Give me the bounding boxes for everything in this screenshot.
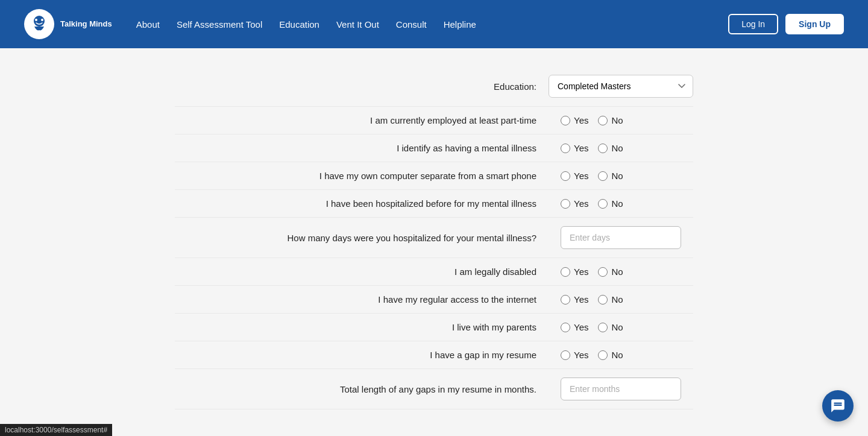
control-disabled: YesNo (561, 267, 693, 277)
radio-employed-yes[interactable]: Yes (561, 115, 588, 125)
radio-disabled-no[interactable]: No (598, 267, 623, 277)
row-mental-illness: I identify as having a mental illnessYes… (175, 134, 693, 162)
radio-input-parents-no[interactable] (598, 323, 608, 332)
education-select[interactable]: Completed Masters High School Some Colle… (549, 75, 693, 98)
education-label: Education: (175, 81, 549, 92)
radio-group-disabled: YesNo (561, 267, 623, 277)
radio-input-hospitalized-yes[interactable] (561, 199, 570, 209)
education-row: Education: Completed Masters High School… (175, 66, 693, 107)
row-computer: I have my own computer separate from a s… (175, 162, 693, 190)
radio-label-yes: Yes (574, 143, 588, 153)
text-input-gap-months[interactable] (561, 378, 681, 400)
radio-label-yes: Yes (574, 294, 588, 305)
radio-input-employed-yes[interactable] (561, 116, 570, 125)
radio-label-no: No (611, 322, 623, 332)
svg-point-1 (35, 19, 37, 21)
control-internet: YesNo (561, 294, 693, 305)
radio-mental-illness-no[interactable]: No (598, 143, 623, 153)
svg-point-2 (41, 19, 43, 21)
radio-label-yes: Yes (574, 171, 588, 181)
radio-gap-yes[interactable]: Yes (561, 350, 588, 360)
control-parents: YesNo (561, 322, 693, 332)
radio-input-gap-no[interactable] (598, 350, 608, 360)
label-computer: I have my own computer separate from a s… (175, 171, 549, 181)
radio-input-parents-yes[interactable] (561, 323, 570, 332)
login-button[interactable]: Log In (728, 14, 778, 34)
main-content: Education: Completed Masters High School… (163, 48, 705, 436)
radio-gap-no[interactable]: No (598, 350, 623, 360)
label-internet: I have my regular access to the internet (175, 294, 549, 305)
radio-disabled-yes[interactable]: Yes (561, 267, 588, 277)
nav-link-vent-it-out[interactable]: Vent It Out (336, 19, 379, 30)
radio-group-internet: YesNo (561, 294, 623, 305)
radio-mental-illness-yes[interactable]: Yes (561, 143, 588, 153)
radio-group-employed: YesNo (561, 115, 623, 125)
logo-wrap: Talking Minds (24, 9, 112, 39)
radio-input-disabled-yes[interactable] (561, 267, 570, 277)
radio-input-disabled-no[interactable] (598, 267, 608, 277)
logo-text: Talking Minds (60, 19, 112, 29)
control-employed: YesNo (561, 115, 693, 125)
row-gap: I have a gap in my resumeYesNo (175, 341, 693, 369)
text-input-days-hospitalized[interactable] (561, 226, 681, 249)
radio-input-internet-no[interactable] (598, 295, 608, 305)
radio-input-computer-yes[interactable] (561, 171, 570, 181)
radio-input-employed-no[interactable] (598, 116, 608, 125)
label-hospitalized: I have been hospitalized before for my m… (175, 198, 549, 209)
label-disabled: I am legally disabled (175, 267, 549, 277)
chat-button[interactable] (822, 390, 854, 422)
control-computer: YesNo (561, 171, 693, 181)
navbar: Talking Minds About Self Assessment Tool… (0, 0, 868, 48)
radio-label-no: No (611, 143, 623, 153)
radio-input-hospitalized-no[interactable] (598, 199, 608, 209)
nav-links: About Self Assessment Tool Education Ven… (136, 19, 476, 30)
radio-group-mental-illness: YesNo (561, 143, 623, 153)
navbar-right: Log In Sign Up (728, 14, 844, 34)
row-days-hospitalized: How many days were you hospitalized for … (175, 218, 693, 258)
row-internet: I have my regular access to the internet… (175, 286, 693, 314)
radio-label-no: No (611, 267, 623, 277)
label-employed: I am currently employed at least part-ti… (175, 115, 549, 125)
svg-point-0 (34, 16, 45, 27)
signup-button[interactable]: Sign Up (785, 14, 844, 34)
radio-internet-no[interactable]: No (598, 294, 623, 305)
radio-hospitalized-yes[interactable]: Yes (561, 198, 588, 209)
row-parents: I live with my parentsYesNo (175, 314, 693, 341)
nav-link-education[interactable]: Education (279, 19, 319, 30)
radio-group-parents: YesNo (561, 322, 623, 332)
form-rows: I am currently employed at least part-ti… (175, 107, 693, 409)
nav-link-consult[interactable]: Consult (396, 19, 427, 30)
radio-input-internet-yes[interactable] (561, 295, 570, 305)
label-mental-illness: I identify as having a mental illness (175, 143, 549, 153)
label-days-hospitalized: How many days were you hospitalized for … (175, 233, 549, 243)
radio-label-no: No (611, 294, 623, 305)
radio-input-computer-no[interactable] (598, 171, 608, 181)
status-bar: localhost:3000/selfassessment# (0, 424, 112, 436)
radio-computer-yes[interactable]: Yes (561, 171, 588, 181)
radio-parents-no[interactable]: No (598, 322, 623, 332)
radio-employed-no[interactable]: No (598, 115, 623, 125)
radio-input-mental-illness-yes[interactable] (561, 144, 570, 153)
radio-label-no: No (611, 198, 623, 209)
radio-label-no: No (611, 350, 623, 360)
radio-parents-yes[interactable]: Yes (561, 322, 588, 332)
radio-label-yes: Yes (574, 322, 588, 332)
nav-link-helpline[interactable]: Helpline (444, 19, 476, 30)
radio-group-hospitalized: YesNo (561, 198, 623, 209)
radio-group-computer: YesNo (561, 171, 623, 181)
nav-link-about[interactable]: About (136, 19, 160, 30)
radio-hospitalized-no[interactable]: No (598, 198, 623, 209)
label-parents: I live with my parents (175, 322, 549, 332)
radio-input-mental-illness-no[interactable] (598, 144, 608, 153)
radio-input-gap-yes[interactable] (561, 350, 570, 360)
control-gap: YesNo (561, 350, 693, 360)
radio-group-gap: YesNo (561, 350, 623, 360)
control-days-hospitalized (561, 226, 693, 249)
chat-icon (830, 398, 846, 414)
education-control: Completed Masters High School Some Colle… (549, 75, 693, 98)
nav-link-self-assessment[interactable]: Self Assessment Tool (177, 19, 262, 30)
radio-internet-yes[interactable]: Yes (561, 294, 588, 305)
label-gap: I have a gap in my resume (175, 350, 549, 360)
radio-label-yes: Yes (574, 350, 588, 360)
radio-computer-no[interactable]: No (598, 171, 623, 181)
